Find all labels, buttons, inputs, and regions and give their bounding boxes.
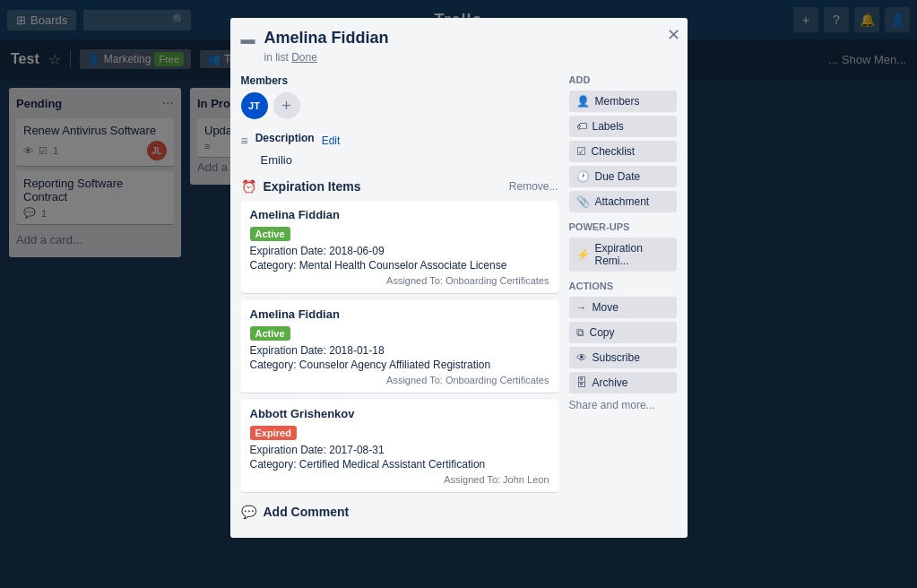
subscribe-icon: 👁 [576, 351, 587, 364]
expiration-card-1: Amelina Fiddian Active Expiration Date: … [241, 201, 558, 293]
subscribe-button[interactable]: 👁 Subscribe [569, 347, 677, 368]
add-member-button[interactable]: + [273, 92, 300, 119]
members-label: Members [241, 74, 558, 87]
label-icon: 🏷 [576, 120, 587, 133]
archive-icon: 🗄 [576, 376, 587, 389]
expiration-card-3: Abbott Grishenkov Expired Expiration Dat… [241, 400, 558, 492]
move-btn-label: Move [593, 301, 619, 314]
actions-section: Actions → Move ⧉ Copy 👁 Subscribe 🗄 [569, 281, 677, 393]
in-list-text: in list [264, 51, 289, 64]
description-section: ≡ Description Edit Emilio [241, 132, 558, 167]
modal-header: ▬ Amelina Fiddian [241, 29, 677, 48]
add-section-title: Add [569, 74, 677, 85]
subscribe-btn-label: Subscribe [593, 351, 640, 364]
checklist-button[interactable]: ☑ Checklist [569, 141, 677, 162]
members-btn-label: Members [595, 95, 640, 108]
members-row: JT + [241, 92, 558, 119]
power-icon: ⚡ [576, 248, 590, 261]
due-date-button[interactable]: 🕐 Due Date [569, 166, 677, 187]
expiration-header: ⏰ Expiration Items Remove... [241, 179, 558, 194]
archive-btn-label: Archive [593, 376, 628, 389]
status-badge-2: Active [250, 326, 290, 341]
edit-link[interactable]: Edit [322, 134, 341, 147]
checklist-btn-label: Checklist [592, 145, 636, 158]
exp-card-name-3: Abbott Grishenkov [250, 407, 549, 420]
exp-assigned-2: Assigned To: Onboarding Certificates [250, 375, 549, 385]
exp-card-name-2: Amelina Fiddian [250, 307, 549, 321]
attachment-icon: 📎 [576, 195, 590, 208]
labels-button[interactable]: 🏷 Labels [569, 116, 677, 137]
members-button[interactable]: 👤 Members [569, 91, 677, 112]
desc-icon: ≡ [241, 134, 248, 148]
expiration-btn-label: Expiration Remi... [595, 242, 670, 267]
modal-title: Amelina Fiddian [264, 29, 389, 48]
attachment-btn-label: Attachment [595, 195, 650, 208]
exp-assigned-1: Assigned To: Onboarding Certificates [250, 275, 549, 286]
due-date-btn-label: Due Date [595, 170, 641, 183]
modal-overlay[interactable]: ✕ ▬ Amelina Fiddian in list Done Members… [0, 0, 917, 588]
exp-assigned-3: Assigned To: John Leon [250, 474, 549, 485]
actions-title: Actions [569, 281, 677, 291]
share-link[interactable]: Share and more... [569, 399, 677, 411]
add-comment-section: 💬 Add Comment [241, 505, 558, 519]
move-button[interactable]: → Move [569, 297, 677, 318]
exp-category-2: Category: Counselor Agency Affiliated Re… [250, 359, 549, 371]
card-header-icon: ▬ [241, 31, 255, 48]
modal-body: Members JT + ≡ Description Edit Emilio [241, 74, 677, 519]
description-text: Emilio [261, 153, 558, 167]
power-ups-section: Power-Ups ⚡ Expiration Remi... [569, 221, 677, 272]
comment-icon: 💬 [241, 505, 256, 519]
description-label: Description [255, 132, 315, 144]
status-badge-1: Active [250, 227, 290, 241]
power-ups-title: Power-Ups [569, 221, 677, 232]
archive-button[interactable]: 🗄 Archive [569, 372, 677, 393]
exp-date-1: Expiration Date: 2018-06-09 [250, 245, 549, 257]
exp-title-row: ⏰ Expiration Items [241, 179, 361, 194]
modal-sidebar: Add 👤 Members 🏷 Labels ☑ Checklist 🕐 Due… [569, 74, 677, 519]
modal-main: Members JT + ≡ Description Edit Emilio [241, 74, 558, 519]
labels-btn-label: Labels [593, 120, 624, 133]
exp-card-name-1: Amelina Fiddian [250, 208, 549, 221]
card-modal: ✕ ▬ Amelina Fiddian in list Done Members… [230, 18, 688, 538]
expiration-card-2: Amelina Fiddian Active Expiration Date: … [241, 300, 558, 393]
remove-link[interactable]: Remove... [509, 180, 558, 193]
close-button[interactable]: ✕ [667, 25, 680, 45]
expiration-section: ⏰ Expiration Items Remove... Amelina Fid… [241, 179, 558, 492]
member-avatar-jt[interactable]: JT [241, 92, 268, 119]
checklist-icon: ☑ [576, 145, 586, 158]
copy-btn-label: Copy [590, 326, 615, 339]
attachment-button[interactable]: 📎 Attachment [569, 191, 677, 212]
exp-date-3: Expiration Date: 2017-08-31 [250, 444, 549, 456]
exp-category-3: Category: Certified Medical Assistant Ce… [250, 458, 549, 471]
exp-category-1: Category: Mental Health Counselor Associ… [250, 259, 549, 272]
copy-icon: ⧉ [576, 326, 584, 339]
clock-icon: 🕐 [576, 170, 590, 183]
exp-date-2: Expiration Date: 2018-01-18 [250, 344, 549, 357]
list-name-link[interactable]: Done [291, 51, 317, 64]
desc-header: ≡ Description Edit [241, 132, 558, 150]
person-icon: 👤 [576, 95, 590, 108]
add-comment-label: Add Comment [264, 505, 350, 519]
alarm-icon: ⏰ [241, 179, 256, 194]
copy-button[interactable]: ⧉ Copy [569, 322, 677, 343]
expiration-title: Expiration Items [264, 179, 361, 194]
in-list-label: in list Done [264, 51, 677, 64]
status-badge-3: Expired [250, 426, 297, 440]
move-icon: → [576, 301, 587, 314]
expiration-reminder-button[interactable]: ⚡ Expiration Remi... [569, 238, 677, 272]
